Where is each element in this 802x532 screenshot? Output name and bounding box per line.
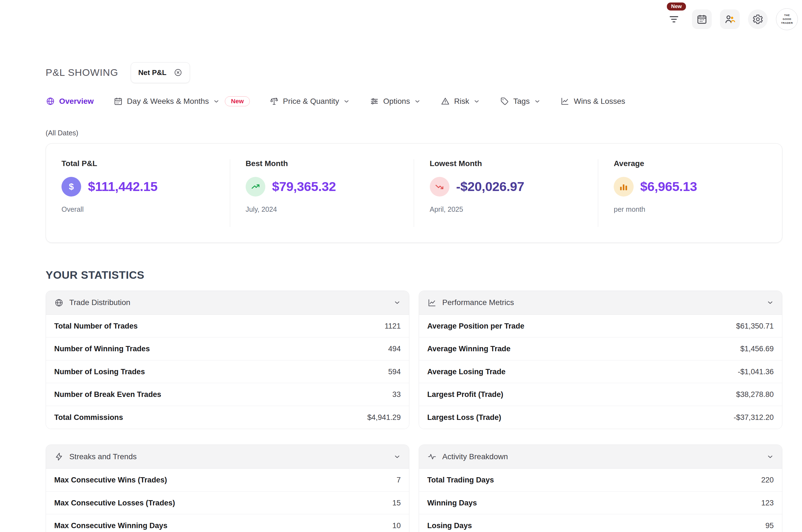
- tab-overview[interactable]: Overview: [46, 97, 94, 106]
- calendar-icon: [696, 14, 708, 25]
- stat-label: Largest Profit (Trade): [427, 390, 503, 399]
- calendar-button[interactable]: [692, 10, 712, 29]
- bar-chart-icon: [614, 177, 633, 196]
- filter-button[interactable]: New: [664, 10, 684, 29]
- stat-value: 33: [392, 390, 401, 399]
- tab-wins-losses[interactable]: Wins & Losses: [560, 97, 625, 106]
- stat-table-title: Activity Breakdown: [442, 452, 508, 461]
- stat-value: 10: [392, 521, 401, 530]
- filter-lines-icon: [668, 14, 679, 25]
- stat-row: Number of Winning Trades494: [46, 337, 409, 360]
- chevron-down-icon: [213, 98, 220, 104]
- summary-value: -$20,026.97: [456, 179, 524, 194]
- stat-value: 95: [765, 521, 774, 530]
- stat-value: -$37,312.20: [733, 413, 774, 422]
- summary-subtitle: April, 2025: [430, 205, 582, 213]
- stat-value: 220: [761, 476, 774, 484]
- stat-row: Average Winning Trade$1,456.69: [419, 337, 782, 360]
- chevron-down-icon: [767, 453, 774, 460]
- stat-value: 123: [761, 498, 774, 507]
- tag-icon: [500, 97, 509, 106]
- tab-tags[interactable]: Tags: [500, 97, 541, 106]
- stat-table-header-streaks-trends[interactable]: Streaks and Trends: [46, 445, 409, 469]
- stat-row: Largest Profit (Trade)$38,278.80: [419, 383, 782, 406]
- stat-label: Total Trading Days: [427, 476, 494, 484]
- activity-icon: [427, 452, 437, 461]
- tab-label: Options: [383, 97, 410, 106]
- stat-value: $4,941.29: [367, 413, 401, 422]
- summary-card: Total P&L$$111,442.15OverallBest Month$7…: [46, 144, 782, 243]
- stat-label: Average Losing Trade: [427, 367, 506, 376]
- tab-label: Tags: [513, 97, 529, 106]
- tab-label: Price & Quantity: [283, 97, 339, 106]
- stat-value: 494: [388, 344, 401, 353]
- stat-row: Number of Losing Trades594: [46, 360, 409, 383]
- stat-value: $1,456.69: [740, 344, 774, 353]
- chevron-down-icon: [534, 98, 541, 104]
- line-chart-icon: [560, 97, 570, 106]
- remove-filter-icon[interactable]: [174, 68, 183, 77]
- tab-options[interactable]: Options: [370, 97, 421, 106]
- summary-subtitle: July, 2024: [246, 205, 398, 213]
- tab-bar: OverviewDay & Weeks & MonthsNewPrice & Q…: [46, 96, 782, 106]
- stat-table-title: Streaks and Trends: [69, 452, 136, 461]
- stat-label: Max Consecutive Losses (Trades): [54, 498, 175, 507]
- tab-price-quantity[interactable]: Price & Quantity: [269, 97, 350, 106]
- stat-table-header-trade-distribution[interactable]: Trade Distribution: [46, 291, 409, 315]
- stat-value: 594: [388, 367, 401, 376]
- pl-showing-label: P&L SHOWING: [46, 67, 118, 78]
- line-chart-icon: [427, 298, 437, 307]
- statistics-grid: Trade DistributionTotal Number of Trades…: [46, 291, 782, 532]
- stat-row: Winning Days123: [419, 492, 782, 514]
- warning-icon: [441, 97, 450, 106]
- pl-filter-chip[interactable]: Net P&L: [131, 62, 190, 83]
- community-button[interactable]: [720, 10, 740, 29]
- date-range-label: (All Dates): [46, 129, 782, 137]
- stat-label: Total Commissions: [54, 413, 123, 422]
- globe-icon: [54, 298, 64, 307]
- chevron-down-icon: [414, 98, 421, 104]
- stat-label: Average Winning Trade: [427, 344, 511, 353]
- tab-risk[interactable]: Risk: [441, 97, 480, 106]
- dollar-icon: $: [61, 177, 81, 196]
- stat-row: Largest Loss (Trade)-$37,312.20: [419, 406, 782, 429]
- globe-icon: [46, 97, 55, 106]
- tab-day-weeks-months[interactable]: Day & Weeks & MonthsNew: [114, 96, 250, 106]
- sliders-icon: [370, 97, 379, 106]
- stat-row: Total Trading Days220: [419, 469, 782, 491]
- stat-label: Number of Losing Trades: [54, 367, 145, 376]
- stat-label: Winning Days: [427, 498, 477, 507]
- stat-table-header-activity-breakdown[interactable]: Activity Breakdown: [419, 445, 782, 469]
- statistics-heading: YOUR STATISTICS: [46, 269, 782, 281]
- chevron-down-icon: [393, 453, 401, 460]
- stat-row: Average Position per Trade$61,350.71: [419, 315, 782, 337]
- summary-total-pl: Total P&L$$111,442.15Overall: [46, 159, 230, 227]
- chip-label: Net P&L: [138, 69, 166, 77]
- tab-label: Day & Weeks & Months: [127, 97, 209, 106]
- settings-button[interactable]: [748, 10, 768, 29]
- avatar-label: THE GOOD TRADER: [781, 13, 793, 25]
- summary-title: Total P&L: [61, 159, 214, 168]
- trend-down-icon: [430, 177, 449, 196]
- stat-row: Average Losing Trade-$1,041.36: [419, 360, 782, 383]
- stat-table-streaks-trends: Streaks and TrendsMax Consecutive Wins (…: [46, 444, 409, 532]
- avatar[interactable]: THE GOOD TRADER: [776, 8, 798, 30]
- summary-best-month: Best Month$79,365.32July, 2024: [230, 159, 414, 227]
- summary-value: $79,365.32: [272, 179, 336, 194]
- stat-value: 7: [396, 476, 401, 484]
- summary-subtitle: per month: [614, 205, 766, 213]
- stat-row: Total Commissions$4,941.29: [46, 406, 409, 429]
- stat-label: Number of Break Even Trades: [54, 390, 161, 399]
- stat-table-header-performance-metrics[interactable]: Performance Metrics: [419, 291, 782, 315]
- stat-value: $38,278.80: [736, 390, 774, 399]
- stat-value: -$1,041.36: [738, 367, 774, 376]
- stat-label: Largest Loss (Trade): [427, 413, 501, 422]
- tab-label: Overview: [59, 97, 94, 106]
- chevron-down-icon: [343, 98, 350, 104]
- stat-row: Max Consecutive Losses (Trades)15: [46, 492, 409, 514]
- stat-value: $61,350.71: [736, 322, 774, 330]
- calendar-icon: [114, 97, 123, 106]
- stat-table-activity-breakdown: Activity BreakdownTotal Trading Days220W…: [419, 444, 782, 532]
- summary-lowest-month: Lowest Month-$20,026.97April, 2025: [414, 159, 598, 227]
- summary-title: Best Month: [246, 159, 398, 168]
